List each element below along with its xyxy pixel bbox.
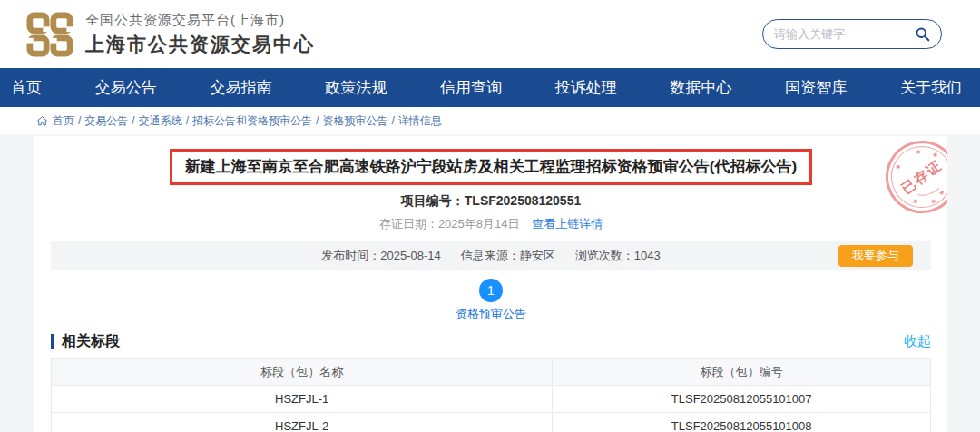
step-label[interactable]: 资格预审公告	[34, 306, 947, 322]
crumb-prequal[interactable]: 资格预审公告	[322, 113, 387, 129]
crumb-detail: 详情信息	[398, 113, 442, 129]
site-logo: 全国公共资源交易平台(上海市) 上海市公共资源交易中心	[25, 11, 315, 58]
publish-info-bar: 发布时间：2025-08-14 信息来源：静安区 浏览次数：1043 我要参与	[51, 241, 931, 270]
col-header-section-code: 标段（包）编号	[553, 359, 931, 386]
notice-title-annotation-box: 新建上海至南京至合肥高速铁路沪宁段站房及相关工程监理招标资格预审公告(代招标公告…	[170, 149, 812, 185]
table-row: HSZFJL-1 TLSF20250812055101007	[52, 386, 931, 413]
table-row: HSZFJL-2 TLSF20250812055101008	[52, 413, 931, 432]
participate-button[interactable]: 我要参与	[838, 245, 913, 267]
logo-icon	[25, 11, 74, 58]
crumb-notices[interactable]: 交易公告	[84, 113, 128, 129]
main-nav: 首页 交易公告 交易指南 政策法规 信用查询 投诉处理 数据中心 国资智库 关于…	[0, 68, 980, 107]
page-body: 新建上海至南京至合肥高速铁路沪宁段站房及相关工程监理招标资格预审公告(代招标公告…	[0, 134, 980, 432]
publish-time: 发布时间：2025-08-14	[321, 248, 441, 264]
crumb-separator: /	[316, 114, 318, 127]
deposit-date-label: 存证日期：	[379, 217, 438, 231]
crumb-separator: /	[78, 114, 81, 127]
deposit-row: 存证日期：2025年8月14日 查看上链详情	[34, 216, 947, 232]
nav-item-policy[interactable]: 政策法规	[319, 77, 392, 98]
top-header: 全国公共资源交易平台(上海市) 上海市公共资源交易中心	[0, 0, 980, 68]
crumb-separator: /	[186, 114, 189, 127]
search-box[interactable]	[762, 19, 942, 49]
nav-item-guide[interactable]: 交易指南	[205, 77, 278, 98]
nav-item-home[interactable]: 首页	[5, 77, 47, 98]
search-input[interactable]	[774, 27, 915, 41]
crumb-tender[interactable]: 招标公告和资格预审公告	[192, 113, 312, 129]
col-header-section-name: 标段（包）名称	[52, 359, 553, 386]
nav-item-thinktank[interactable]: 国资智库	[779, 77, 852, 98]
section-title: 相关标段	[62, 332, 120, 351]
nav-item-data[interactable]: 数据中心	[665, 77, 738, 98]
section-accent-bar	[51, 334, 54, 349]
step-indicator: 1 资格预审公告	[34, 279, 947, 322]
related-sections-header: 相关标段 收起	[51, 332, 931, 351]
breadcrumb: 首页 / 交易公告 / 交通系统 / 招标公告和资格预审公告 / 资格预审公告 …	[0, 107, 980, 134]
section-code-cell: TLSF20250812055101008	[553, 413, 931, 432]
center-name: 上海市公共资源交易中心	[85, 32, 315, 57]
view-chain-link[interactable]: 查看上链详情	[532, 217, 603, 231]
section-code-link[interactable]: TLSF20250812055101007	[553, 386, 931, 413]
section-name-link[interactable]: HSZFJL-1	[52, 386, 553, 413]
table-header-row: 标段（包）名称 标段（包）编号	[52, 359, 931, 386]
nav-item-about[interactable]: 关于我们	[895, 77, 967, 98]
crumb-home[interactable]: 首页	[53, 113, 74, 129]
crumb-traffic[interactable]: 交通系统	[139, 113, 182, 129]
search-icon[interactable]	[915, 26, 930, 42]
project-number-label: 项目编号：	[401, 193, 465, 208]
info-source: 信息来源：静安区	[461, 248, 555, 264]
deposit-date-value: 2025年8月14日	[438, 217, 520, 231]
crumb-separator: /	[132, 114, 134, 127]
step-circle[interactable]: 1	[479, 279, 503, 302]
project-number-value: TLSF202508120551	[465, 193, 581, 208]
home-icon[interactable]	[36, 115, 48, 127]
notice-title: 新建上海至南京至合肥高速铁路沪宁段站房及相关工程监理招标资格预审公告(代招标公告…	[185, 158, 797, 175]
platform-name: 全国公共资源交易平台(上海市)	[85, 12, 315, 29]
nav-item-notices[interactable]: 交易公告	[90, 77, 162, 98]
nav-item-credit[interactable]: 信用查询	[435, 77, 507, 98]
project-number-row: 项目编号：TLSF202508120551	[34, 193, 947, 210]
nav-item-complaint[interactable]: 投诉处理	[550, 77, 622, 98]
collapse-link[interactable]: 收起	[904, 333, 931, 350]
crumb-separator: /	[391, 114, 394, 127]
sections-table: 标段（包）名称 标段（包）编号 HSZFJL-1 TLSF20250812055…	[51, 358, 931, 432]
view-count: 浏览次数：1043	[575, 248, 661, 264]
notice-card: 新建上海至南京至合肥高速铁路沪宁段站房及相关工程监理招标资格预审公告(代招标公告…	[34, 136, 947, 432]
section-name-cell: HSZFJL-2	[52, 413, 553, 432]
